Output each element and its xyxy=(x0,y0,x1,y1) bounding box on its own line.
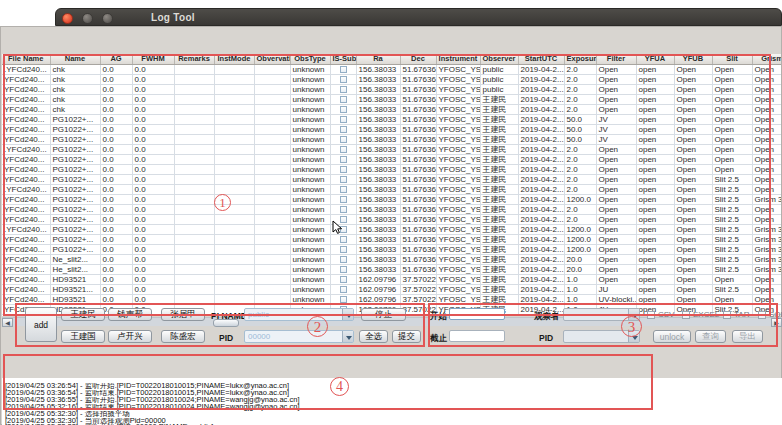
is-submit-checkbox[interactable] xyxy=(340,66,347,73)
table-row[interactable]: .YFCd240...chk0.00.0unknown156.3803351.6… xyxy=(2,65,781,75)
chevron-down-icon[interactable] xyxy=(342,331,353,342)
select-all-button[interactable]: 全选 xyxy=(359,330,388,343)
table-row[interactable]: YFCd240...PG1022+...0.00.0unknown156.380… xyxy=(2,215,781,225)
is-submit-checkbox[interactable] xyxy=(340,176,347,183)
table-row[interactable]: YFCd240...PG1022+...0.00.0unknown156.380… xyxy=(2,195,781,205)
column-header[interactable]: AG xyxy=(100,54,132,65)
observer-button-3[interactable]: 张居甲 xyxy=(161,308,205,321)
is-submit-checkbox[interactable] xyxy=(340,206,347,213)
observer-button-2[interactable]: 钱声帮 xyxy=(108,308,152,321)
pid-filter-combobox[interactable] xyxy=(563,330,640,343)
submit-button[interactable]: 提交 xyxy=(392,330,421,343)
checkbox-icon[interactable] xyxy=(682,311,690,319)
checkbox-icon[interactable] xyxy=(723,311,731,319)
table-row[interactable]: YFCd240...PG1022+...0.00.0unknown156.380… xyxy=(2,175,781,185)
table-row[interactable]: YFCd240...HD93521...0.00.0unknown162.097… xyxy=(2,285,781,295)
column-header[interactable]: YFUA xyxy=(636,54,674,65)
column-header[interactable]: Grism xyxy=(752,54,781,65)
observer-button-5[interactable]: 卢开兴 xyxy=(108,330,152,343)
add-button[interactable]: add xyxy=(25,307,57,342)
is-submit-checkbox[interactable] xyxy=(340,256,347,263)
is-submit-checkbox[interactable] xyxy=(340,96,347,103)
unlock-button[interactable]: unlock xyxy=(653,330,691,343)
chevron-down-icon[interactable] xyxy=(628,309,639,320)
export-button[interactable]: 导出 xyxy=(732,330,763,343)
pi-name-combobox[interactable]: public xyxy=(244,308,354,321)
table-row[interactable]: YFCd240...PG1022+...0.00.0unknown156.380… xyxy=(2,165,781,175)
table-row[interactable]: YFCd240...HD935210.00.0unknown162.097963… xyxy=(2,275,781,285)
start-input[interactable] xyxy=(449,308,505,320)
is-submit-checkbox[interactable] xyxy=(340,136,347,143)
column-header[interactable]: YFUB xyxy=(674,54,712,65)
table-row[interactable]: YFCd240...Ne_slit2...0.00.0unknown156.38… xyxy=(2,255,781,265)
observer-button-4[interactable]: 王建国 xyxy=(61,330,105,343)
observer-filter-combobox[interactable] xyxy=(563,308,640,321)
column-header[interactable]: FWHM xyxy=(132,54,174,65)
observer-button-1[interactable]: 王建民 xyxy=(61,308,105,321)
is-submit-checkbox[interactable] xyxy=(340,296,347,303)
is-submit-checkbox[interactable] xyxy=(340,146,347,153)
is-submit-checkbox[interactable] xyxy=(340,186,347,193)
table-row[interactable]: .YFCd240...PG1022+...0.00.0unknown156.38… xyxy=(2,145,781,155)
table-row[interactable]: YFCd240...PG1022+...0.00.0unknown156.380… xyxy=(2,115,781,125)
column-header[interactable]: Exposure... xyxy=(564,54,596,65)
checkbox-tar[interactable]: TAR xyxy=(723,310,749,319)
minimize-icon[interactable] xyxy=(82,13,93,24)
log-output[interactable]: [2019/04/25 03:26:54] - 监听开始.[PID=T00220… xyxy=(2,378,782,425)
column-header[interactable]: ObvervationID xyxy=(254,54,290,65)
table-row[interactable]: YFCd240...chk0.00.0unknown156.3803351.67… xyxy=(2,85,781,95)
table-row[interactable]: YFCd240...PG1022+...0.00.0unknown156.380… xyxy=(2,245,781,255)
checkbox-icon[interactable] xyxy=(647,311,655,319)
column-header[interactable]: Observer xyxy=(480,54,518,65)
table-row[interactable]: .YFCd240...PG1022+...0.00.0unknown156.38… xyxy=(2,185,781,195)
checkbox-csv[interactable]: CSV xyxy=(647,310,674,319)
is-submit-checkbox[interactable] xyxy=(340,276,347,283)
is-submit-checkbox[interactable] xyxy=(340,126,347,133)
is-submit-checkbox[interactable] xyxy=(340,106,347,113)
table-row[interactable]: YFCd240...chk0.00.0unknown156.3803351.67… xyxy=(2,105,781,115)
column-header[interactable]: ObsType xyxy=(290,54,330,65)
table-row[interactable]: YFCd240...HD935210.00.0unknown162.097963… xyxy=(2,295,781,305)
scroll-left-icon[interactable]: ◀ xyxy=(2,318,13,327)
table-row[interactable]: YFCd240...PG1022+...0.00.0unknown156.380… xyxy=(2,135,781,145)
observation-table-wrap[interactable]: File NameNameAGFWHMRemarksInstModeObverv… xyxy=(2,54,781,316)
maximize-icon[interactable] xyxy=(102,13,113,24)
table-row[interactable]: YFCd240...He_slit2...0.00.0unknown156.38… xyxy=(2,265,781,275)
is-submit-checkbox[interactable] xyxy=(340,86,347,93)
chevron-down-icon[interactable] xyxy=(628,331,639,342)
close-icon[interactable] xyxy=(62,13,73,24)
column-header[interactable]: Instrument xyxy=(436,54,480,65)
is-submit-checkbox[interactable] xyxy=(340,286,347,293)
checkbox-icon[interactable] xyxy=(758,311,766,319)
stop-button[interactable]: 停止 xyxy=(361,308,406,321)
chevron-down-icon[interactable] xyxy=(342,309,353,320)
column-header[interactable]: IS-Submit xyxy=(330,54,356,65)
column-header[interactable]: InstMode xyxy=(214,54,254,65)
observer-button-6[interactable]: 陈盛宏 xyxy=(161,330,205,343)
pid-combobox[interactable]: 00000 xyxy=(244,330,354,343)
observation-table[interactable]: File NameNameAGFWHMRemarksInstModeObverv… xyxy=(2,54,781,316)
column-header[interactable]: StartUTC xyxy=(518,54,564,65)
query-button[interactable]: 查询 xyxy=(695,330,726,343)
is-submit-checkbox[interactable] xyxy=(340,156,347,163)
column-header[interactable]: Remarks xyxy=(174,54,214,65)
column-header[interactable]: Dec xyxy=(400,54,436,65)
table-row[interactable]: YFCd240...chk0.00.0unknown156.3803351.67… xyxy=(2,95,781,105)
is-submit-checkbox[interactable] xyxy=(340,196,347,203)
column-header[interactable]: File Name xyxy=(2,54,50,65)
scroll-right-icon[interactable]: ▶ xyxy=(771,318,782,327)
column-header[interactable]: Ra xyxy=(356,54,400,65)
column-header[interactable]: Name xyxy=(50,54,100,65)
checkbox-excel[interactable]: EXCEL xyxy=(682,310,719,319)
is-submit-checkbox[interactable] xyxy=(340,76,347,83)
is-submit-checkbox[interactable] xyxy=(340,166,347,173)
is-submit-checkbox[interactable] xyxy=(340,116,347,123)
checkbox-sql[interactable]: SQL xyxy=(758,310,782,319)
is-submit-checkbox[interactable] xyxy=(340,246,347,253)
end-input[interactable] xyxy=(449,330,505,342)
table-row[interactable]: YFCd240...PG1022+...0.00.0unknown156.380… xyxy=(2,205,781,215)
table-row[interactable]: YFCd240...chk0.00.0unknown156.3803351.67… xyxy=(2,75,781,85)
table-row[interactable]: YFCd240...PG1022+...0.00.0unknown156.380… xyxy=(2,235,781,245)
table-row[interactable]: .YFCd240...PG1022+...0.00.0unknown156.38… xyxy=(2,225,781,235)
is-submit-checkbox[interactable] xyxy=(340,236,347,243)
